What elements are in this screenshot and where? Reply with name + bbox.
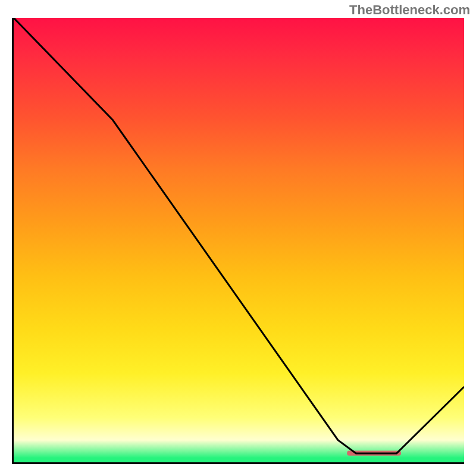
plot-area xyxy=(12,18,464,464)
chart-container: TheBottleneck.com xyxy=(0,0,476,476)
chart-svg xyxy=(14,18,464,462)
attribution-text: TheBottleneck.com xyxy=(349,2,470,18)
bottleneck-curve xyxy=(14,18,464,453)
